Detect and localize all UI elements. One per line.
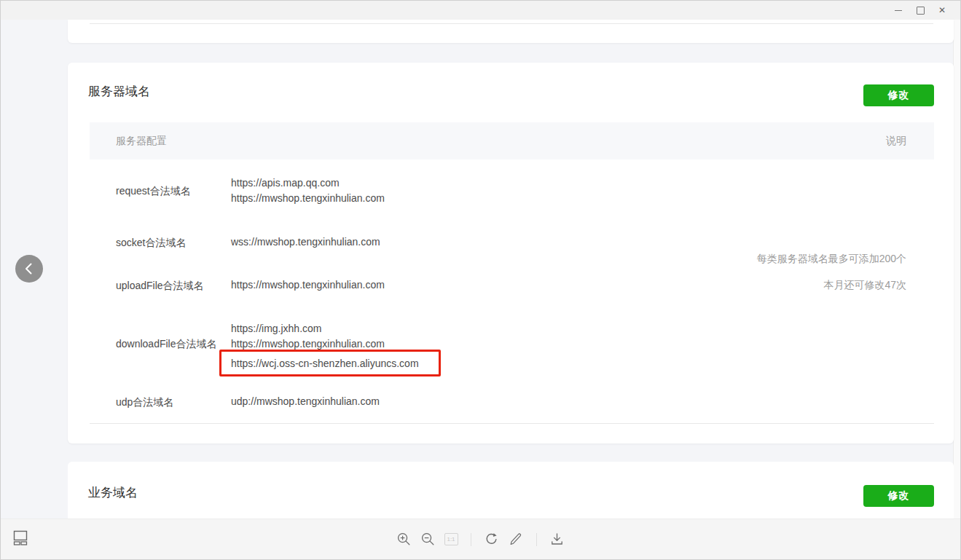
- edit-button[interactable]: [508, 532, 524, 548]
- page-title: 服务器域名: [88, 83, 150, 100]
- divider: [536, 533, 537, 546]
- edit-pencil-icon: [509, 532, 522, 546]
- note-max-domains: 每类服务器域名最多可添加200个: [757, 253, 906, 266]
- vertical-scrollbar[interactable]: [953, 20, 960, 559]
- zoom-out-button[interactable]: [420, 532, 436, 548]
- refresh-icon: [485, 532, 498, 546]
- window-titlebar: ✕: [1, 1, 960, 20]
- config-column-header: 服务器配置: [116, 135, 167, 148]
- window-controls: ✕: [887, 1, 953, 20]
- domain-value: udp://mwshop.tengxinhulian.com: [231, 394, 380, 409]
- close-icon: ✕: [938, 6, 946, 15]
- reset-zoom-button[interactable]: 1:1: [444, 533, 458, 545]
- minimize-icon: [895, 10, 902, 11]
- zoom-in-button[interactable]: [396, 532, 412, 548]
- divider: [90, 23, 933, 24]
- domain-value: https://mwshop.tengxinhulian.com: [231, 191, 385, 206]
- section-title: 业务域名: [88, 484, 138, 501]
- business-domain-card: 业务域名 修改: [68, 462, 954, 518]
- bottom-toolbar-bar: 1:1: [1, 518, 960, 559]
- row-label-udp: udp合法域名: [116, 396, 173, 409]
- app-window: ✕ 服务器域名 修改 服务器配置 说明 request合法域名 https://…: [0, 0, 961, 560]
- reset-zoom-label: 1:1: [447, 536, 455, 543]
- row-label-socket: socket合法域名: [116, 237, 186, 250]
- maximize-icon: [917, 7, 925, 15]
- row-values-udp: udp://mwshop.tengxinhulian.com: [231, 394, 380, 409]
- close-button[interactable]: ✕: [931, 1, 953, 20]
- row-values-request: https://apis.map.qq.com https://mwshop.t…: [231, 176, 385, 206]
- zoom-out-icon: [421, 532, 435, 546]
- highlight-annotation-box: https://wcj.oss-cn-shenzhen.aliyuncs.com: [219, 350, 441, 376]
- domain-value: https://apis.map.qq.com: [231, 176, 385, 191]
- divider: [471, 533, 471, 546]
- domain-value: https://mwshop.tengxinhulian.com: [231, 277, 385, 293]
- table-header-row: 服务器配置 说明: [90, 122, 934, 159]
- back-chevron-icon: [15, 255, 43, 283]
- download-icon: [550, 532, 564, 546]
- row-values-downloadfile: https://img.jxhh.com https://mwshop.teng…: [231, 321, 385, 352]
- zoom-in-icon: [397, 532, 411, 546]
- refresh-button[interactable]: [484, 532, 500, 548]
- modify-server-domain-button[interactable]: 修改: [863, 84, 934, 106]
- domain-value: https://img.jxhh.com: [231, 321, 385, 336]
- divider: [90, 423, 934, 424]
- modify-business-domain-button[interactable]: 修改: [863, 485, 934, 507]
- note-column-header: 说明: [886, 135, 906, 148]
- row-values-socket: wss://mwshop.tengxinhulian.com: [231, 234, 380, 250]
- back-button[interactable]: [15, 255, 43, 283]
- download-button[interactable]: [549, 532, 565, 548]
- row-label-request: request合法域名: [116, 185, 191, 198]
- canvas-toolbar: 1:1: [1, 519, 960, 559]
- maximize-button[interactable]: [909, 1, 931, 20]
- server-domain-card: 服务器域名 修改 服务器配置 说明 request合法域名 https://ap…: [68, 63, 954, 443]
- row-values-uploadfile: https://mwshop.tengxinhulian.com: [231, 277, 385, 293]
- row-label-downloadfile: downloadFile合法域名: [116, 338, 217, 351]
- scrolled-card-fragment: [68, 20, 954, 43]
- domain-value: wss://mwshop.tengxinhulian.com: [231, 234, 380, 250]
- highlighted-domain-value: https://wcj.oss-cn-shenzhen.aliyuncs.com: [231, 358, 419, 369]
- minimize-button[interactable]: [887, 1, 909, 20]
- row-label-uploadfile: uploadFile合法域名: [116, 280, 204, 293]
- note-monthly-remaining: 本月还可修改47次: [823, 279, 906, 292]
